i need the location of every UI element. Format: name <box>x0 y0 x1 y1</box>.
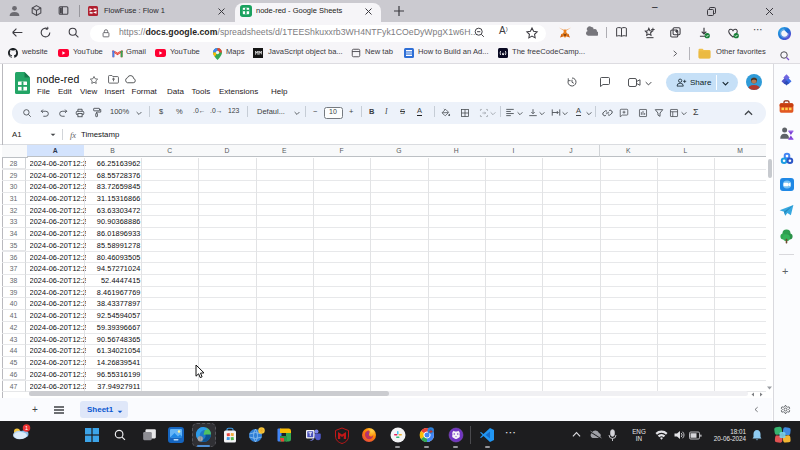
svg-text:1: 1 <box>25 425 28 431</box>
